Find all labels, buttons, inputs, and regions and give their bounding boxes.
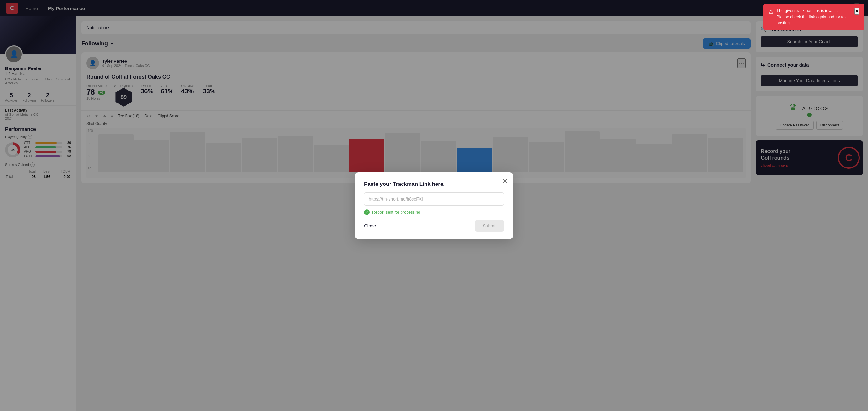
modal-close-button[interactable]: Close [364,223,376,228]
trackman-modal: Paste your Trackman Link here. ✕ ✓ Repor… [355,172,513,239]
modal-submit-button[interactable]: Submit [475,220,504,231]
modal-title: Paste your Trackman Link here. [364,181,504,187]
trackman-link-input[interactable] [364,192,504,205]
success-check-icon: ✓ [364,210,370,215]
modal-actions: Close Submit [364,220,504,231]
success-text: Report sent for processing [372,210,420,215]
toast-close-button[interactable]: × [855,7,859,14]
modal-success-message: ✓ Report sent for processing [364,210,504,215]
error-toast: ⚠ The given trackman link is invalid. Pl… [763,4,864,30]
toast-message: The given trackman link is invalid. Plea… [777,7,851,26]
modal-close-x-button[interactable]: ✕ [502,177,508,185]
modal-overlay: Paste your Trackman Link here. ✕ ✓ Repor… [0,0,868,411]
warning-icon: ⚠ [768,7,773,16]
